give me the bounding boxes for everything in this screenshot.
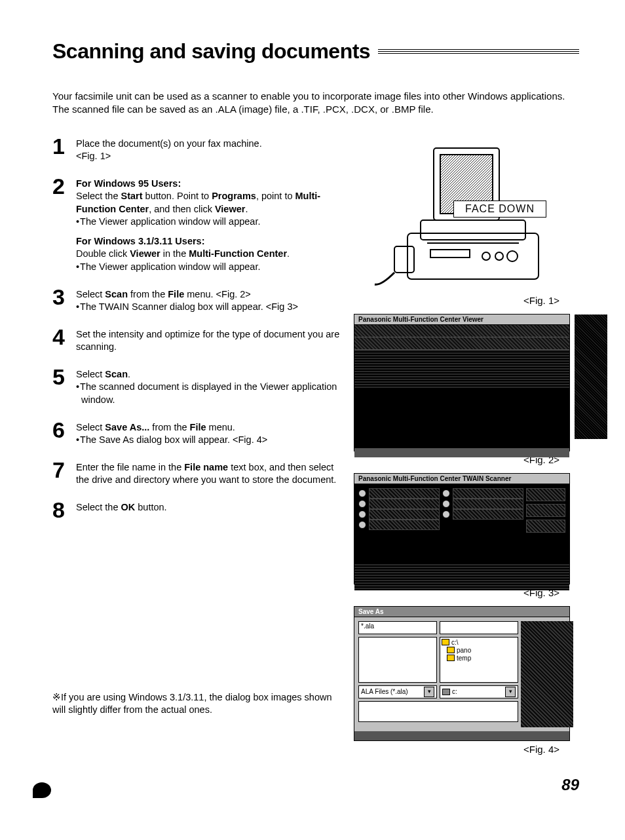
step-subhead: For Windows 3.1/3.11 Users:	[76, 235, 341, 248]
option-field	[369, 509, 440, 520]
step-bullet: The scanned document is displayed in the…	[76, 381, 341, 406]
bold: File name	[184, 462, 228, 472]
figure-1: FACE DOWN <Fig. 1>	[354, 135, 579, 306]
step-text: from the	[149, 422, 189, 432]
dir-path-field	[440, 621, 518, 634]
step-text: in the	[161, 248, 189, 259]
bold: Multi-Function Center	[189, 248, 287, 259]
page-corner-icon	[33, 782, 55, 801]
chevron-down-icon: ▾	[505, 687, 516, 697]
step-6: 6 Select Save As... from the File menu. …	[52, 419, 341, 447]
drive-icon	[442, 689, 450, 695]
step-number: 8	[52, 499, 76, 521]
drive-dropdown: c:▾	[440, 685, 518, 698]
page-number: 89	[52, 776, 579, 794]
radio-icon	[358, 521, 366, 529]
step-3: 3 Select Scan from the File menu. <Fig. …	[52, 286, 341, 314]
step-text: Select	[76, 422, 105, 432]
svg-point-8	[495, 252, 503, 260]
option-field	[453, 488, 523, 499]
button-column	[526, 488, 565, 560]
svg-rect-1	[421, 220, 525, 240]
figure-4: Save As *.ala c:\ pano temp	[354, 606, 579, 755]
intro-paragraph: Your facsimile unit can be used as a sca…	[52, 90, 579, 117]
toolbar	[354, 337, 569, 350]
option-field	[453, 499, 523, 509]
step-text: .	[245, 204, 248, 214]
dir-item: temp	[457, 655, 471, 662]
step-text: .	[128, 369, 130, 379]
step-text: , and then click	[149, 204, 215, 214]
radio-icon	[358, 510, 366, 518]
page-title: Scanning and saving documents	[52, 39, 370, 64]
title-row: Scanning and saving documents	[52, 39, 579, 64]
step-bullet: The Viewer application window will appea…	[76, 261, 341, 274]
window-title: Save As	[354, 607, 569, 617]
viewer-canvas	[354, 389, 569, 448]
figures-column: FACE DOWN <Fig. 1> Panasonic Multi-Funct…	[354, 135, 579, 763]
face-down-label: FACE DOWN	[453, 200, 546, 218]
step-text: Select the	[76, 502, 121, 512]
step-text: Place the document(s) on your fax machin…	[76, 138, 262, 149]
step-text: from the	[128, 289, 168, 299]
bold: Scan	[105, 289, 128, 299]
step-subhead: For Windows 95 Users:	[76, 178, 341, 191]
svg-rect-6	[430, 250, 470, 258]
figure-caption: <Fig. 1>	[354, 295, 579, 306]
step-number: 2	[52, 175, 76, 274]
option-field	[369, 488, 440, 499]
step-text: button.	[135, 502, 166, 512]
figure-2: Panasonic Multi-Function Center Viewer <…	[354, 314, 579, 465]
folder-icon	[447, 655, 455, 661]
window-title: Panasonic Multi-Function Center TWAIN Sc…	[354, 474, 569, 484]
bold: Programs	[212, 191, 256, 201]
folder-icon	[447, 647, 455, 653]
step-text: Select	[76, 369, 105, 379]
step-text: Set the intensity and optimize for the t…	[76, 326, 341, 354]
footnote: ※If you are using Windows 3.1/3.11, the …	[52, 691, 341, 717]
step-number: 6	[52, 419, 76, 447]
option-field	[369, 520, 440, 530]
step-text: Double click	[76, 248, 130, 259]
radio-icon	[442, 489, 450, 497]
step-1: 1 Place the document(s) on your fax mach…	[52, 135, 341, 163]
bold: OK	[121, 502, 136, 512]
radio-icon	[358, 500, 366, 508]
dialog-footer	[354, 564, 569, 590]
button-panel	[521, 621, 573, 727]
step-4: 4 Set the intensity and optimize for the…	[52, 326, 341, 354]
filetype-value: ALA Files (*.ala)	[361, 688, 408, 695]
bold: Viewer	[215, 204, 246, 214]
radio-icon	[358, 489, 366, 497]
menubar	[354, 325, 569, 337]
bold: Scan	[105, 369, 128, 379]
step-number: 5	[52, 366, 76, 407]
step-number: 3	[52, 286, 76, 314]
bold: File	[168, 289, 184, 299]
filename-field: *.ala	[358, 621, 437, 634]
file-list	[358, 637, 437, 683]
step-text: .	[287, 248, 290, 259]
step-text: menu. <Fig. 2>	[184, 289, 251, 299]
step-text: Select the	[76, 191, 121, 201]
window-title: Panasonic Multi-Function Center Viewer	[354, 315, 569, 325]
steps-column: 1 Place the document(s) on your fax mach…	[52, 135, 354, 717]
svg-rect-4	[394, 246, 414, 273]
step-bullet: The Save As dialog box will appear. <Fig…	[76, 434, 341, 447]
side-tab	[575, 315, 607, 439]
step-bullet: The Viewer application window will appea…	[76, 216, 341, 229]
step-text: button. Point to	[143, 191, 212, 201]
folder-icon	[442, 639, 449, 645]
step-text: menu.	[206, 422, 235, 432]
figure-caption: <Fig. 4>	[354, 744, 579, 755]
bold: Start	[121, 191, 143, 201]
svg-point-7	[507, 251, 518, 261]
step-number: 7	[52, 459, 76, 487]
svg-point-9	[482, 252, 490, 260]
content-area	[354, 350, 569, 389]
title-rule	[378, 49, 579, 54]
step-text: <Fig. 1>	[76, 151, 111, 161]
fax-illustration: FACE DOWN	[368, 135, 565, 292]
dir-item: c:\	[451, 639, 459, 646]
filetype-dropdown: ALA Files (*.ala)▾	[358, 685, 437, 698]
